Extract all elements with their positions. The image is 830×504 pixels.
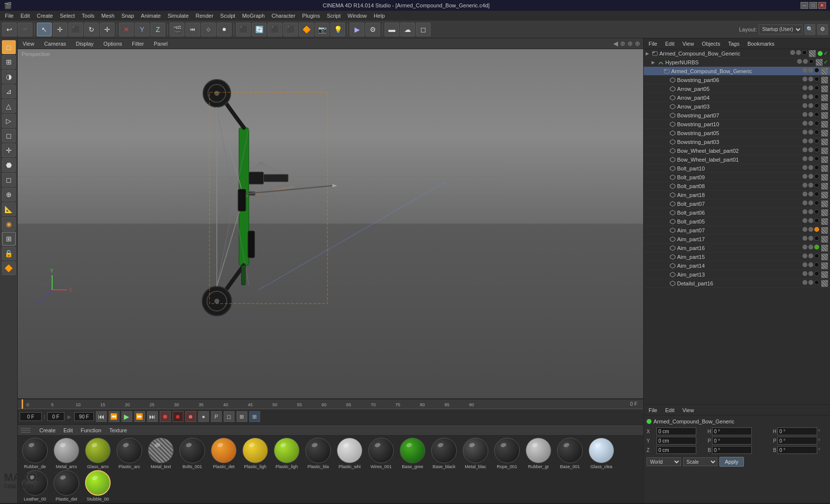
tree-item[interactable]: Bowstring_part07 bbox=[644, 111, 830, 120]
tree-item[interactable]: Aim_part15 bbox=[644, 252, 830, 261]
frame-start-input[interactable] bbox=[47, 412, 64, 421]
material-dot[interactable] bbox=[814, 280, 819, 285]
lock-btn[interactable]: 🔶 bbox=[2, 261, 16, 275]
menu-render[interactable]: Render bbox=[193, 12, 216, 20]
render-dot[interactable] bbox=[808, 94, 813, 99]
material-item[interactable]: Metal_text bbox=[146, 438, 176, 469]
visibility-dot[interactable] bbox=[790, 50, 795, 55]
redo-btn[interactable]: ↩ bbox=[18, 23, 32, 36]
visibility-dot[interactable] bbox=[802, 192, 807, 196]
transform-tool-btn[interactable]: ✛ bbox=[100, 23, 115, 36]
render-dot[interactable] bbox=[803, 59, 808, 64]
visibility-dot[interactable] bbox=[802, 183, 807, 188]
visibility-dot[interactable] bbox=[802, 236, 807, 241]
menu-snap[interactable]: Snap bbox=[119, 12, 137, 20]
light-btn[interactable]: 💡 bbox=[330, 23, 345, 36]
nurbs-btn[interactable]: ⬛ bbox=[267, 23, 282, 36]
material-item[interactable]: Bolts_001 bbox=[177, 438, 208, 469]
render-dot[interactable] bbox=[808, 77, 813, 82]
render-settings-btn[interactable]: ⚙ bbox=[365, 23, 380, 36]
material-item[interactable]: Plastic_ligh bbox=[240, 438, 270, 469]
undo-btn[interactable]: ↩ bbox=[2, 23, 17, 36]
menu-plugins[interactable]: Plugins bbox=[299, 12, 323, 20]
visibility-dot[interactable] bbox=[802, 227, 807, 232]
render-btn[interactable]: ▶ bbox=[350, 23, 364, 36]
menu-mograph[interactable]: MoGraph bbox=[239, 12, 267, 20]
tree-item[interactable]: Bowstring_part10 bbox=[644, 120, 830, 129]
tree-item[interactable]: Bowstring_part06 bbox=[644, 76, 830, 84]
material-item[interactable]: Wires_001 bbox=[366, 438, 396, 469]
props-edit-menu[interactable]: Edit bbox=[663, 406, 677, 414]
material-item[interactable]: Plastic_arc bbox=[114, 438, 145, 469]
close-btn[interactable]: ✕ bbox=[818, 2, 826, 9]
material-dot[interactable] bbox=[814, 192, 819, 196]
auto-keyframe-btn[interactable]: ● bbox=[198, 411, 209, 422]
material-item[interactable]: Rubber_de bbox=[20, 438, 50, 469]
visibility-dot[interactable] bbox=[802, 121, 807, 126]
visibility-dot[interactable] bbox=[802, 85, 807, 90]
next-key-btn[interactable]: ⏩ bbox=[134, 411, 145, 422]
brush-tool-btn[interactable]: ◉ bbox=[2, 217, 16, 231]
paint-tool-btn[interactable]: ◑ bbox=[2, 70, 16, 84]
material-item[interactable]: Plastic_det bbox=[208, 438, 239, 469]
material-item[interactable]: Glass_arro bbox=[83, 438, 113, 469]
objects-view-menu[interactable]: View bbox=[681, 40, 696, 48]
render-dot[interactable] bbox=[808, 271, 813, 276]
coord-mode-select[interactable]: World Local Object bbox=[647, 457, 681, 466]
material-item[interactable]: Plastic_ligh bbox=[271, 438, 302, 469]
timeline-ruler[interactable]: 0 5 10 15 20 25 30 35 40 45 50 55 bbox=[18, 399, 643, 409]
tree-item[interactable]: ▶Armed_Compound_Bow_Generic✓ bbox=[644, 49, 830, 58]
tree-item[interactable]: Bowstring_part03 bbox=[644, 138, 830, 146]
tree-item[interactable]: Bow_Wheel_label_part02 bbox=[644, 146, 830, 155]
z-value-input[interactable] bbox=[656, 446, 696, 454]
ex-p-input[interactable] bbox=[777, 437, 817, 445]
menu-tools[interactable]: Tools bbox=[79, 12, 97, 20]
material-item[interactable]: Metal_arro bbox=[51, 438, 82, 469]
prev-key-btn[interactable]: ⏪ bbox=[109, 411, 119, 422]
maximize-btn[interactable]: □ bbox=[809, 2, 817, 9]
tree-item[interactable]: Arrow_part05 bbox=[644, 84, 830, 93]
render-dot[interactable] bbox=[808, 236, 813, 241]
objects-edit-menu[interactable]: Edit bbox=[663, 40, 677, 48]
visibility-dot[interactable] bbox=[797, 59, 802, 64]
viewport-display-menu[interactable]: Display bbox=[74, 40, 95, 48]
camera-btn[interactable]: 📷 bbox=[315, 23, 329, 36]
tree-item[interactable]: Detailsl_part16 bbox=[644, 279, 830, 288]
tree-item[interactable]: Aim_part18 bbox=[644, 191, 830, 199]
icon-strip-btn[interactable]: ⊞ bbox=[237, 411, 247, 422]
move-tool-btn[interactable]: ✛ bbox=[53, 23, 67, 36]
p-value-input[interactable] bbox=[712, 437, 752, 445]
motion-path-btn[interactable]: P bbox=[211, 411, 222, 422]
material-dot[interactable] bbox=[814, 112, 819, 117]
render-dot[interactable] bbox=[808, 174, 813, 179]
clapper-btn[interactable]: 🎬 bbox=[170, 23, 184, 36]
preview-range-btn[interactable]: ◻ bbox=[224, 411, 235, 422]
tree-item[interactable]: Armed_Compound_Bow_Generic bbox=[644, 67, 830, 76]
menu-select[interactable]: Select bbox=[57, 12, 78, 20]
x-value-input[interactable] bbox=[656, 427, 696, 435]
go-start-btn[interactable]: ⏮ bbox=[96, 411, 107, 422]
visibility-dot[interactable] bbox=[802, 147, 807, 152]
tree-item[interactable]: Aim_part14 bbox=[644, 261, 830, 270]
menu-script[interactable]: Script bbox=[324, 12, 344, 20]
materials-texture-menu[interactable]: Texture bbox=[107, 426, 129, 434]
material-item[interactable]: Rope_001 bbox=[492, 438, 522, 469]
background-btn[interactable]: ◻ bbox=[416, 23, 431, 36]
visibility-dot[interactable] bbox=[802, 174, 807, 179]
record-pos-btn[interactable]: ⏺ bbox=[160, 411, 171, 422]
select-tool-btn[interactable]: ↖ bbox=[37, 23, 52, 36]
render-dot[interactable] bbox=[796, 50, 801, 55]
render-dot[interactable] bbox=[808, 112, 813, 117]
material-dot[interactable] bbox=[814, 245, 819, 250]
visibility-dot[interactable] bbox=[802, 94, 807, 99]
sky-btn[interactable]: ☁ bbox=[400, 23, 415, 36]
grid-tool-btn[interactable]: ⊞ bbox=[2, 232, 16, 246]
tree-item[interactable]: Aim_part17 bbox=[644, 235, 830, 244]
viewport-filter-menu[interactable]: Filter bbox=[130, 40, 146, 48]
material-item[interactable]: Glass_clea bbox=[586, 438, 617, 469]
material-dot[interactable] bbox=[814, 200, 819, 205]
visibility-dot[interactable] bbox=[802, 130, 807, 135]
render-dot[interactable] bbox=[808, 156, 813, 161]
tree-item[interactable]: Aim_part16 bbox=[644, 244, 830, 252]
menu-animate[interactable]: Animate bbox=[138, 12, 164, 20]
